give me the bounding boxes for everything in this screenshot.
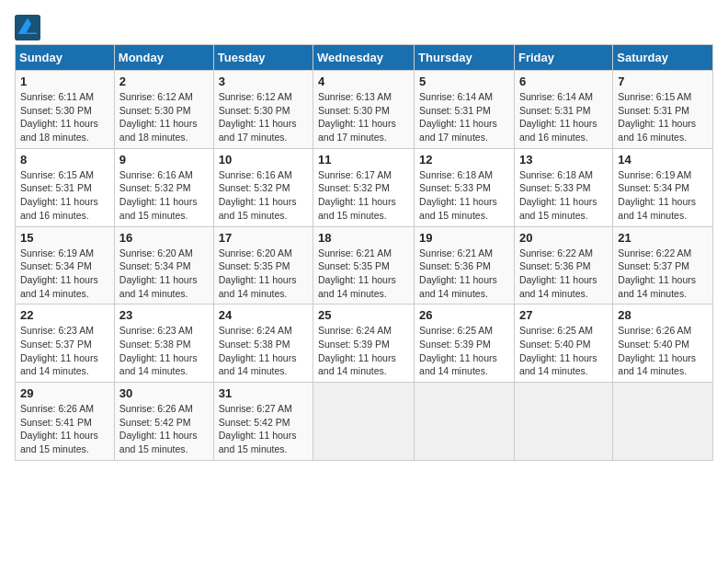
logo — [15, 15, 42, 40]
day-number: 7 — [618, 75, 708, 88]
calendar-cell: 15Sunrise: 6:19 AMSunset: 5:34 PMDayligh… — [16, 226, 115, 304]
day-number: 14 — [618, 153, 708, 167]
calendar-cell — [514, 383, 612, 461]
day-info: Sunrise: 6:24 AMSunset: 5:38 PMDaylight:… — [219, 324, 308, 378]
day-info: Sunrise: 6:15 AMSunset: 5:31 PMDaylight:… — [618, 90, 708, 144]
day-info: Sunrise: 6:19 AMSunset: 5:34 PMDaylight:… — [20, 247, 109, 301]
day-info: Sunrise: 6:23 AMSunset: 5:38 PMDaylight:… — [119, 324, 209, 378]
calendar-cell: 11Sunrise: 6:17 AMSunset: 5:32 PMDayligh… — [313, 148, 415, 226]
calendar-cell — [613, 383, 713, 461]
day-info: Sunrise: 6:18 AMSunset: 5:33 PMDaylight:… — [519, 168, 608, 223]
day-info: Sunrise: 6:19 AMSunset: 5:34 PMDaylight:… — [618, 168, 708, 223]
day-number: 29 — [20, 386, 109, 400]
calendar-cell: 24Sunrise: 6:24 AMSunset: 5:38 PMDayligh… — [213, 304, 313, 383]
calendar-cell: 3Sunrise: 6:12 AMSunset: 5:30 PMDaylight… — [213, 71, 313, 149]
calendar-cell — [313, 383, 415, 461]
calendar-cell: 25Sunrise: 6:24 AMSunset: 5:39 PMDayligh… — [313, 304, 415, 383]
calendar-cell: 23Sunrise: 6:23 AMSunset: 5:38 PMDayligh… — [114, 304, 213, 383]
day-number: 3 — [219, 75, 308, 88]
day-info: Sunrise: 6:26 AMSunset: 5:41 PMDaylight:… — [20, 402, 109, 456]
day-info: Sunrise: 6:26 AMSunset: 5:40 PMDaylight:… — [618, 324, 708, 378]
day-number: 24 — [219, 308, 308, 322]
calendar-cell: 10Sunrise: 6:16 AMSunset: 5:32 PMDayligh… — [213, 148, 313, 226]
day-info: Sunrise: 6:18 AMSunset: 5:33 PMDaylight:… — [419, 168, 509, 223]
day-number: 2 — [119, 75, 209, 88]
calendar-row: 8Sunrise: 6:15 AMSunset: 5:31 PMDaylight… — [16, 148, 713, 226]
day-number: 8 — [20, 153, 109, 167]
calendar-cell: 1Sunrise: 6:11 AMSunset: 5:30 PMDaylight… — [16, 71, 115, 149]
day-number: 6 — [519, 75, 608, 88]
day-number: 27 — [519, 308, 608, 322]
calendar-cell: 30Sunrise: 6:26 AMSunset: 5:42 PMDayligh… — [114, 383, 213, 461]
day-number: 11 — [318, 153, 409, 167]
day-info: Sunrise: 6:21 AMSunset: 5:35 PMDaylight:… — [318, 247, 409, 301]
day-number: 12 — [419, 153, 509, 167]
day-number: 4 — [318, 75, 409, 88]
day-number: 21 — [618, 231, 708, 245]
day-number: 18 — [318, 231, 409, 245]
calendar-cell: 20Sunrise: 6:22 AMSunset: 5:36 PMDayligh… — [514, 226, 612, 304]
day-info: Sunrise: 6:25 AMSunset: 5:39 PMDaylight:… — [419, 324, 509, 378]
calendar-cell: 26Sunrise: 6:25 AMSunset: 5:39 PMDayligh… — [415, 304, 515, 383]
calendar-cell: 12Sunrise: 6:18 AMSunset: 5:33 PMDayligh… — [415, 148, 515, 226]
calendar-cell: 29Sunrise: 6:26 AMSunset: 5:41 PMDayligh… — [16, 383, 115, 461]
header-friday: Friday — [514, 45, 612, 71]
day-info: Sunrise: 6:20 AMSunset: 5:34 PMDaylight:… — [119, 247, 209, 301]
calendar-cell: 22Sunrise: 6:23 AMSunset: 5:37 PMDayligh… — [16, 304, 115, 383]
calendar-row: 29Sunrise: 6:26 AMSunset: 5:41 PMDayligh… — [16, 383, 713, 461]
day-info: Sunrise: 6:17 AMSunset: 5:32 PMDaylight:… — [318, 168, 409, 223]
header-tuesday: Tuesday — [213, 45, 313, 71]
day-info: Sunrise: 6:26 AMSunset: 5:42 PMDaylight:… — [119, 402, 209, 456]
calendar-cell: 6Sunrise: 6:14 AMSunset: 5:31 PMDaylight… — [514, 71, 612, 149]
calendar-cell: 18Sunrise: 6:21 AMSunset: 5:35 PMDayligh… — [313, 226, 415, 304]
header-wednesday: Wednesday — [313, 45, 415, 71]
day-number: 10 — [219, 153, 308, 167]
header-saturday: Saturday — [613, 45, 713, 71]
day-info: Sunrise: 6:25 AMSunset: 5:40 PMDaylight:… — [519, 324, 608, 378]
day-number: 19 — [419, 231, 509, 245]
calendar-cell: 13Sunrise: 6:18 AMSunset: 5:33 PMDayligh… — [514, 148, 612, 226]
calendar-cell: 7Sunrise: 6:15 AMSunset: 5:31 PMDaylight… — [613, 71, 713, 149]
calendar-cell: 31Sunrise: 6:27 AMSunset: 5:42 PMDayligh… — [213, 383, 313, 461]
calendar-cell: 8Sunrise: 6:15 AMSunset: 5:31 PMDaylight… — [16, 148, 115, 226]
calendar-cell: 21Sunrise: 6:22 AMSunset: 5:37 PMDayligh… — [613, 226, 713, 304]
day-info: Sunrise: 6:22 AMSunset: 5:36 PMDaylight:… — [519, 247, 608, 301]
calendar: SundayMondayTuesdayWednesdayThursdayFrid… — [15, 44, 713, 461]
day-number: 13 — [519, 153, 608, 167]
day-info: Sunrise: 6:12 AMSunset: 5:30 PMDaylight:… — [219, 90, 308, 144]
calendar-cell: 4Sunrise: 6:13 AMSunset: 5:30 PMDaylight… — [313, 71, 415, 149]
day-number: 5 — [419, 75, 509, 88]
day-number: 9 — [119, 153, 209, 167]
day-number: 25 — [318, 308, 409, 322]
day-number: 30 — [119, 386, 209, 400]
logo-icon — [15, 15, 40, 40]
day-info: Sunrise: 6:16 AMSunset: 5:32 PMDaylight:… — [119, 168, 209, 223]
day-number: 16 — [119, 231, 209, 245]
header-thursday: Thursday — [415, 45, 515, 71]
calendar-row: 22Sunrise: 6:23 AMSunset: 5:37 PMDayligh… — [16, 304, 713, 383]
day-info: Sunrise: 6:21 AMSunset: 5:36 PMDaylight:… — [419, 247, 509, 301]
calendar-header-row: SundayMondayTuesdayWednesdayThursdayFrid… — [16, 45, 713, 71]
page-header — [15, 15, 713, 40]
calendar-cell: 28Sunrise: 6:26 AMSunset: 5:40 PMDayligh… — [613, 304, 713, 383]
day-number: 17 — [219, 231, 308, 245]
calendar-cell: 16Sunrise: 6:20 AMSunset: 5:34 PMDayligh… — [114, 226, 213, 304]
calendar-cell: 19Sunrise: 6:21 AMSunset: 5:36 PMDayligh… — [415, 226, 515, 304]
calendar-cell: 9Sunrise: 6:16 AMSunset: 5:32 PMDaylight… — [114, 148, 213, 226]
calendar-cell: 2Sunrise: 6:12 AMSunset: 5:30 PMDaylight… — [114, 71, 213, 149]
day-number: 31 — [219, 386, 308, 400]
day-number: 20 — [519, 231, 608, 245]
day-info: Sunrise: 6:27 AMSunset: 5:42 PMDaylight:… — [219, 402, 308, 456]
day-info: Sunrise: 6:14 AMSunset: 5:31 PMDaylight:… — [519, 90, 608, 144]
day-number: 15 — [20, 231, 109, 245]
day-number: 23 — [119, 308, 209, 322]
day-number: 26 — [419, 308, 509, 322]
calendar-cell: 17Sunrise: 6:20 AMSunset: 5:35 PMDayligh… — [213, 226, 313, 304]
header-monday: Monday — [114, 45, 213, 71]
day-number: 28 — [618, 308, 708, 322]
day-info: Sunrise: 6:13 AMSunset: 5:30 PMDaylight:… — [318, 90, 409, 144]
day-number: 22 — [20, 308, 109, 322]
calendar-cell: 5Sunrise: 6:14 AMSunset: 5:31 PMDaylight… — [415, 71, 515, 149]
calendar-cell: 27Sunrise: 6:25 AMSunset: 5:40 PMDayligh… — [514, 304, 612, 383]
day-number: 1 — [20, 75, 109, 88]
